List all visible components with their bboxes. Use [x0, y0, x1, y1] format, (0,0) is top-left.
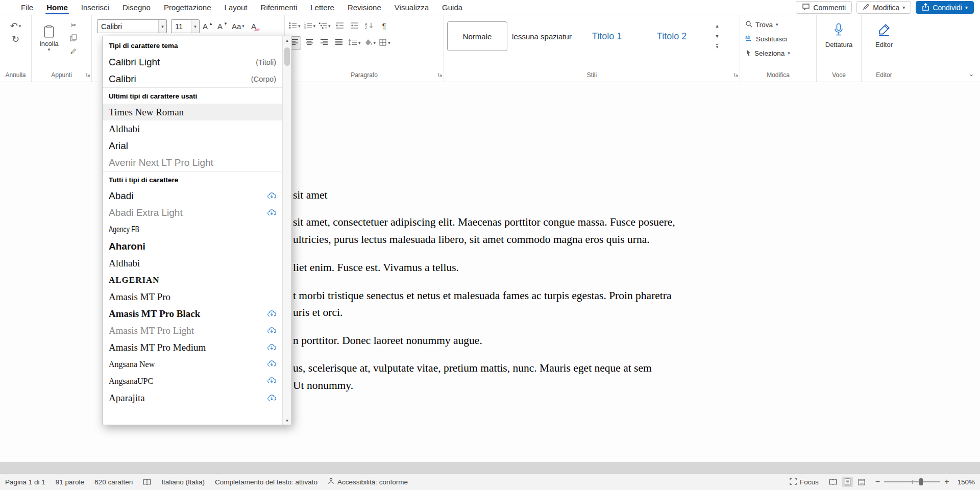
find-button[interactable]: Trova ▾ [743, 18, 813, 31]
page-count[interactable]: Pagina 1 di 1 [5, 478, 45, 486]
borders-button[interactable]: ▾ [378, 36, 391, 50]
zoom-level[interactable]: 150% [957, 478, 975, 486]
font-item[interactable]: Avenir Next LT Pro Light [103, 154, 282, 171]
line-spacing-button[interactable]: ▾ [347, 36, 362, 50]
font-item[interactable]: Amasis MT Pro Medium [103, 339, 282, 356]
font-item[interactable]: Agency FB [103, 221, 282, 238]
increase-indent-button[interactable] [348, 19, 361, 33]
font-item[interactable]: AngsanaUPC [103, 373, 282, 389]
editor-button[interactable]: Editor [873, 19, 895, 52]
gallery-expand-icon: ▾ [716, 44, 719, 48]
font-item[interactable]: Aldhabi [103, 120, 282, 137]
copy-button[interactable] [67, 33, 80, 44]
font-item[interactable]: Aparajita [103, 389, 282, 406]
comments-button[interactable]: Commenti [796, 1, 852, 14]
menu-tab-riferimenti[interactable]: Riferimenti [254, 1, 304, 14]
collapse-ribbon-icon[interactable]: ⌄ [969, 70, 974, 78]
focus-mode-button[interactable]: Focus [790, 478, 819, 486]
scrollbar-thumb[interactable] [284, 47, 290, 66]
paragraph-dialog-launcher-icon[interactable] [437, 70, 443, 79]
font-item[interactable]: ALGERIAN [103, 272, 282, 288]
select-button[interactable]: Seleziona ▾ [743, 47, 813, 59]
char-count[interactable]: 620 caratteri [94, 478, 133, 486]
style-card-nessuna-spaziatura[interactable]: Nessuna spaziatura [512, 21, 572, 51]
decrease-indent-button[interactable] [333, 19, 347, 33]
web-layout-button[interactable] [856, 477, 867, 487]
change-case-button[interactable]: Aa▾ [231, 20, 246, 33]
font-item[interactable]: Aharoni [103, 238, 282, 255]
font-item[interactable]: Abadi Extra Light [103, 204, 282, 221]
font-item[interactable]: Arial [103, 137, 282, 154]
print-layout-button[interactable] [842, 477, 853, 487]
align-center-button[interactable] [303, 36, 316, 50]
sort-button[interactable]: AZ [363, 19, 376, 33]
menu-tab-disegno[interactable]: Disegno [116, 1, 157, 14]
menu-tab-progettazione[interactable]: Progettazione [157, 1, 218, 14]
redo-button[interactable]: ↻ [9, 33, 22, 46]
multilevel-list-button[interactable]: ▾ [318, 19, 332, 33]
numbering-button[interactable]: 123 ▾ [303, 19, 317, 33]
shrink-font-button[interactable]: A▼ [216, 20, 229, 33]
proofing-icon[interactable] [143, 479, 151, 485]
clipboard-dialog-launcher-icon[interactable] [85, 70, 90, 79]
read-mode-button[interactable] [827, 477, 839, 487]
language-status[interactable]: Italiano (Italia) [161, 478, 205, 486]
font-item[interactable]: Amasis MT Pro [103, 288, 282, 305]
font-item[interactable]: Calibri Light(Titoli) [103, 54, 282, 70]
menu-tab-lettere[interactable]: Lettere [304, 1, 341, 14]
menu-tab-file[interactable]: File [14, 1, 40, 14]
scroll-up-icon[interactable]: ▲ [283, 36, 291, 44]
font-size-combobox[interactable]: 11 ▾ [171, 19, 200, 33]
word-count[interactable]: 91 parole [56, 478, 84, 486]
font-item[interactable]: Abadi [103, 187, 282, 204]
style-card-titolo-2[interactable]: Titolo 2 [642, 21, 702, 51]
justify-button[interactable] [332, 36, 346, 50]
style-card-titolo-1[interactable]: Titolo 1 [577, 21, 637, 51]
shading-button[interactable]: ▾ [363, 36, 377, 50]
styles-dialog-launcher-icon[interactable] [733, 70, 739, 79]
font-dropdown-scrollbar[interactable]: ▲ ▼ [282, 36, 291, 425]
format-painter-button[interactable] [67, 46, 80, 57]
styles-expand-button[interactable]: ▾ [710, 42, 724, 51]
dictate-button[interactable]: Dettatura [823, 19, 854, 52]
styles-scroll-down-button[interactable]: ▼ [710, 32, 724, 41]
align-right-button[interactable] [317, 36, 331, 50]
grow-font-button[interactable]: A▲ [201, 20, 214, 33]
share-button[interactable]: Condividi ▾ [916, 1, 974, 14]
font-item[interactable]: Angsana New [103, 356, 282, 373]
cut-button[interactable]: ✂ [67, 19, 80, 31]
styles-scroll-up-button[interactable]: ▲ [710, 22, 724, 31]
paragraph-group: ▾ 123 ▾ ▾ AZ ¶ [285, 15, 444, 82]
editing-mode-button[interactable]: Modifica ▾ [856, 1, 911, 14]
scroll-down-icon[interactable]: ▼ [283, 416, 291, 425]
menu-tab-layout[interactable]: Layout [218, 1, 254, 14]
style-card-normale[interactable]: Normale [447, 21, 507, 51]
zoom-slider[interactable] [884, 481, 940, 482]
font-item[interactable]: Times New Roman [103, 104, 282, 120]
menu-tab-guida[interactable]: Guida [435, 1, 469, 14]
chevron-down-icon[interactable]: ▾ [191, 20, 199, 33]
font-name-combobox[interactable]: Calibri ▾ [97, 19, 167, 33]
font-item-label: Times New Roman [109, 107, 276, 118]
clear-formatting-button[interactable]: A [247, 20, 260, 33]
show-formatting-marks-button[interactable]: ¶ [378, 19, 391, 33]
zoom-out-button[interactable]: − [875, 477, 880, 486]
text-prediction-status[interactable]: Completamento del testo: attivato [215, 478, 317, 486]
undo-button[interactable]: ↶▾ [9, 19, 22, 33]
font-item[interactable]: Amasis MT Pro Light [103, 322, 282, 339]
menu-tab-revisione[interactable]: Revisione [341, 1, 388, 14]
zoom-slider-thumb[interactable] [919, 478, 923, 485]
menu-tab-inserisci[interactable]: Inserisci [75, 1, 116, 14]
font-item[interactable]: Aldhabi [103, 255, 282, 272]
paste-button[interactable]: Incolla ▾ [35, 23, 63, 54]
font-item[interactable]: Calibri(Corpo) [103, 70, 282, 87]
menu-tab-home[interactable]: Home [40, 1, 75, 14]
replace-button[interactable]: ab Sostituisci [743, 33, 813, 45]
font-item[interactable]: Amasis MT Pro Black [103, 305, 282, 322]
bullets-button[interactable]: ▾ [288, 19, 302, 33]
accessibility-status[interactable]: Accessibilità: conforme [328, 478, 408, 486]
zoom-in-button[interactable]: + [944, 477, 949, 486]
menu-tab-visualizza[interactable]: Visualizza [388, 1, 435, 14]
chevron-down-icon[interactable]: ▾ [158, 20, 166, 33]
document-line: sit amet [293, 189, 327, 202]
